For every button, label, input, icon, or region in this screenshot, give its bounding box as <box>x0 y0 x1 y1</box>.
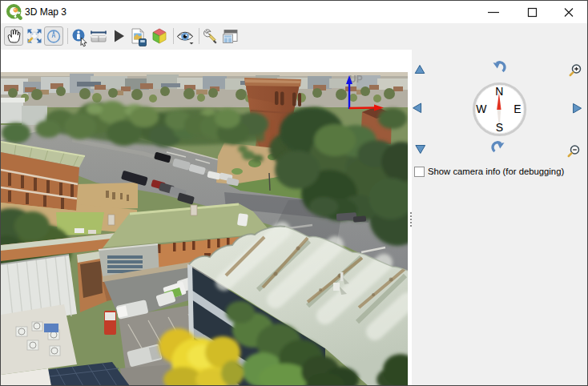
svg-text:W: W <box>476 103 487 115</box>
svg-text:S: S <box>496 121 503 134</box>
svg-text:E: E <box>513 103 521 115</box>
svg-text:N: N <box>495 85 503 98</box>
